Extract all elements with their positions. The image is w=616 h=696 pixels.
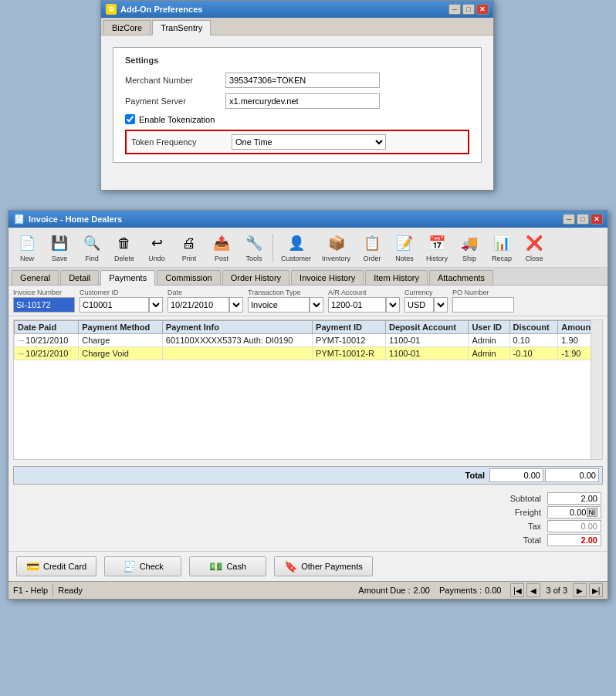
date-group: Date ▼: [168, 289, 243, 313]
payment-server-row: Payment Server: [125, 93, 469, 109]
tab-general[interactable]: General: [12, 270, 59, 285]
toolbar: 📄 New 💾 Save 🔍 Find 🗑 Delete ↩ Undo 🖨 Pr…: [8, 228, 608, 268]
currency-group: Currency ▼: [404, 289, 448, 313]
history-label: History: [426, 255, 448, 262]
cell-amount: -1.90: [558, 347, 602, 360]
invoice-title-icon: 🧾: [13, 214, 25, 225]
payments-value: 0.00: [485, 586, 501, 595]
toolbar-inventory-button[interactable]: 📦 Inventory: [317, 230, 355, 265]
toolbar-notes-button[interactable]: 📝 Notes: [389, 230, 420, 265]
transaction-type-dropdown[interactable]: ▼: [310, 297, 323, 313]
check-icon: 🧾: [123, 560, 136, 573]
tab-item-history[interactable]: Item History: [365, 270, 428, 285]
toolbar-find-button[interactable]: 🔍 Find: [76, 230, 107, 265]
cell-deposit-account: 1100-01: [385, 347, 468, 360]
col-header-discount: Discount: [509, 321, 558, 334]
currency-dropdown[interactable]: ▼: [434, 297, 448, 313]
invoice-minimize-button[interactable]: ─: [563, 214, 575, 225]
invoice-nav-tabs: General Detail Payments Commission Order…: [8, 268, 608, 285]
toolbar-delete-button[interactable]: 🗑 Delete: [109, 230, 140, 265]
payment-server-input[interactable]: [225, 93, 380, 109]
table-row[interactable]: ···10/21/2010 Charge 601100XXXXX5373 Aut…: [15, 334, 602, 347]
toolbar-save-button[interactable]: 💾 Save: [44, 230, 75, 265]
invoice-number-input[interactable]: [13, 297, 75, 313]
addon-close-button[interactable]: ✕: [476, 4, 489, 15]
po-number-input[interactable]: [452, 297, 514, 313]
amount-due-value: 2.00: [414, 586, 430, 595]
total-row-bar: Total 0.00 0.00: [13, 466, 603, 485]
customer-id-dropdown[interactable]: ▼: [149, 297, 163, 313]
nav-controls: |◀ ◀ 3 of 3 ▶ ▶|: [510, 583, 603, 597]
table-row[interactable]: ···10/21/2010 Charge Void PYMT-10012-R 1…: [15, 347, 602, 360]
other-payments-button[interactable]: 🔖 Other Payments: [274, 556, 372, 576]
transaction-type-input[interactable]: [248, 297, 310, 313]
nav-prev-button[interactable]: ◀: [526, 583, 540, 597]
ship-icon: 🚚: [459, 232, 480, 254]
addon-title-text: Add-On Preferences: [120, 5, 202, 14]
tab-detail[interactable]: Detail: [60, 270, 99, 285]
merchant-number-input[interactable]: [225, 73, 380, 88]
close-icon: ❌: [523, 232, 545, 254]
expand-icon: ···: [18, 336, 24, 345]
token-frequency-select[interactable]: One Time Always Never: [232, 134, 386, 150]
toolbar-ship-button[interactable]: 🚚 Ship: [454, 230, 485, 265]
customer-label: Customer: [281, 255, 311, 262]
date-input[interactable]: [168, 297, 229, 313]
customer-id-group: Customer ID ▼: [80, 289, 163, 313]
payment-scroll-area[interactable]: Date Paid Payment Method Payment Info Pa…: [14, 320, 602, 459]
tab-attachments[interactable]: Attachments: [429, 270, 493, 285]
addon-maximize-button[interactable]: □: [462, 4, 475, 15]
toolbar-order-button[interactable]: 📋 Order: [357, 230, 388, 265]
nav-next-button[interactable]: ▶: [573, 583, 587, 597]
freight-ni-badge: Ni: [587, 508, 598, 517]
enable-tokenization-checkbox[interactable]: [125, 114, 135, 124]
subtotal-value: 2.00: [547, 492, 601, 505]
nav-last-button[interactable]: ▶|: [589, 583, 603, 597]
addon-title-icon: ⚙: [106, 4, 117, 15]
toolbar-undo-button[interactable]: ↩ Undo: [141, 230, 172, 265]
close-label: Close: [526, 255, 543, 262]
date-dropdown[interactable]: ▼: [229, 297, 243, 313]
toolbar-tools-button[interactable]: 🔧 Tools: [239, 230, 269, 265]
currency-input[interactable]: [404, 297, 434, 313]
tab-payments[interactable]: Payments: [100, 270, 155, 285]
cell-deposit-account: 1100-01: [385, 334, 468, 347]
addon-minimize-button[interactable]: ─: [448, 4, 461, 15]
tab-bizcore[interactable]: BizCore: [103, 20, 151, 35]
addon-content-area: Settings Merchant Number Payment Server …: [101, 35, 493, 190]
addon-preferences-window: ⚙ Add-On Preferences ─ □ ✕ BizCore TranS…: [100, 0, 494, 191]
credit-card-button[interactable]: 💳 Credit Card: [16, 556, 96, 576]
expand-icon: ···: [18, 350, 24, 358]
toolbar-close-button[interactable]: ❌ Close: [519, 230, 550, 265]
toolbar-print-button[interactable]: 🖨 Print: [174, 230, 205, 265]
toolbar-separator-1: [272, 234, 273, 262]
new-icon: 📄: [16, 232, 38, 254]
order-label: Order: [364, 255, 381, 262]
tab-invoice-history[interactable]: Invoice History: [291, 270, 364, 285]
invoice-number-group: Invoice Number: [13, 289, 75, 313]
payment-table: Date Paid Payment Method Payment Info Pa…: [14, 320, 602, 360]
ar-account-input[interactable]: [328, 297, 386, 313]
help-text: F1 - Help: [13, 586, 48, 595]
customer-id-input[interactable]: [80, 297, 149, 313]
toolbar-post-button[interactable]: 📤 Post: [206, 230, 237, 265]
check-button[interactable]: 🧾 Check: [104, 556, 181, 576]
tab-transentry[interactable]: TranSentry: [152, 20, 211, 35]
tab-commission[interactable]: Commission: [157, 270, 221, 285]
payments-label: Payments :: [439, 586, 482, 595]
recap-icon: 📊: [491, 232, 513, 254]
col-header-user-id: User ID: [469, 321, 509, 334]
toolbar-customer-button[interactable]: 👤 Customer: [276, 230, 316, 265]
toolbar-new-button[interactable]: 📄 New: [12, 230, 42, 265]
ar-account-group: A/R Account ▼: [328, 289, 400, 313]
freight-row: Freight 0.00 Ni: [510, 506, 601, 519]
invoice-maximize-button[interactable]: □: [577, 214, 589, 225]
nav-first-button[interactable]: |◀: [510, 583, 524, 597]
cash-button[interactable]: 💵 Cash: [189, 556, 266, 576]
invoice-close-button[interactable]: ✕: [591, 214, 603, 225]
tab-order-history[interactable]: Order History: [222, 270, 289, 285]
toolbar-history-button[interactable]: 📅 History: [421, 230, 452, 265]
toolbar-recap-button[interactable]: 📊 Recap: [486, 230, 517, 265]
print-label: Print: [182, 255, 197, 262]
ar-account-dropdown[interactable]: ▼: [386, 297, 400, 313]
